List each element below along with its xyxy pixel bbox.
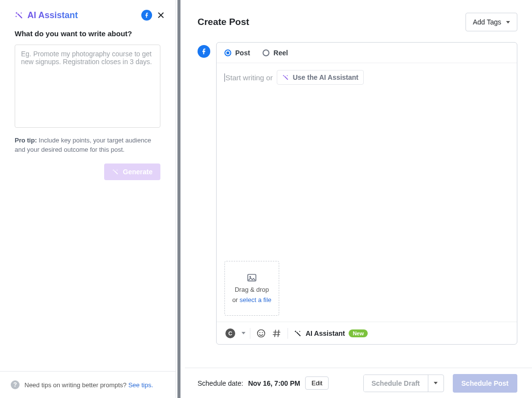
chevron-down-icon [506,21,510,23]
footer-text-wrap: Need tips on writing better prompts? See… [24,381,153,389]
svg-point-2 [258,329,265,337]
dropzone-line2: or select a file [232,296,271,304]
dropzone-select-link[interactable]: select a file [240,296,271,304]
schedule-draft-dropdown[interactable] [428,375,443,392]
canva-icon: C [225,328,235,338]
svg-point-4 [262,332,263,333]
dropzone-line1: Drag & drop [235,286,269,293]
svg-point-1 [249,276,251,278]
help-icon: ? [11,380,20,389]
facebook-icon [141,10,152,21]
generate-button[interactable]: Generate [104,164,160,180]
dropzone-or: or [232,296,240,304]
see-tips-link[interactable]: See tips. [128,381,153,389]
post-type-post[interactable]: Post [224,49,250,57]
schedule-value: Nov 16, 7:00 PM [248,379,300,387]
footer-text: Need tips on writing better prompts? [24,381,128,389]
ai-assistant-header-actions [141,10,165,21]
compose-placeholder: Start writing or [224,73,273,82]
composer-row: Post Reel Start writing or Use the AI As… [198,42,517,345]
ai-assistant-title: AI Assistant [15,10,78,21]
compose-gap [224,85,509,257]
composer-toolbar: C AI Assistant [217,322,517,344]
schedule-post-button[interactable]: Schedule Post [453,374,517,393]
schedule-info: Schedule date: Nov 16, 7:00 PM Edit [198,376,329,390]
ai-assistant-tool-label: AI Assistant [306,329,345,337]
close-icon[interactable] [157,11,165,19]
ai-assistant-title-text: AI Assistant [27,10,78,21]
image-icon [246,273,257,283]
prompt-input[interactable] [15,45,160,128]
facebook-icon [198,45,210,58]
pro-tip: Pro tip: Include key points, your target… [15,136,160,155]
composer: Post Reel Start writing or Use the AI As… [216,42,517,345]
emoji-button[interactable] [253,326,269,341]
hashtag-button[interactable] [269,326,285,341]
post-type-row: Post Reel [217,43,517,63]
generate-label: Generate [123,168,153,176]
create-post-footer: Schedule date: Nov 16, 7:00 PM Edit Sche… [185,368,532,398]
compose-area[interactable]: Start writing or Use the AI Assistant Dr… [217,63,517,322]
create-post-panel: Create Post Add Tags Post Reel [185,0,532,398]
post-type-reel-label: Reel [273,49,288,57]
magic-wand-icon [112,168,119,175]
emoji-icon [256,328,266,338]
compose-placeholder-row: Start writing or Use the AI Assistant [224,70,509,85]
canva-dropdown[interactable] [238,326,247,341]
toolbar-separator [250,328,250,339]
new-badge: New [349,329,368,337]
media-dropzone[interactable]: Drag & drop or select a file [224,261,279,316]
use-ai-label: Use the AI Assistant [293,73,358,81]
facebook-glyph-icon [144,12,150,18]
create-post-title: Create Post [198,17,249,27]
schedule-actions: Schedule Draft Schedule Post [363,374,517,393]
svg-point-3 [259,332,260,333]
canva-button[interactable]: C [222,326,238,341]
edit-schedule-button[interactable]: Edit [305,376,329,390]
schedule-draft-split: Schedule Draft [363,375,444,392]
create-post-header: Create Post Add Tags [198,13,517,31]
pro-tip-label: Pro tip: [15,137,37,144]
ai-assistant-footer: ? Need tips on writing better prompts? S… [0,371,176,398]
hashtag-icon [272,328,282,338]
add-tags-label: Add Tags [473,18,501,26]
add-tags-button[interactable]: Add Tags [466,13,517,31]
ai-assistant-tool[interactable]: AI Assistant New [294,329,368,337]
schedule-draft-button[interactable]: Schedule Draft [364,375,428,392]
generate-row: Generate [15,164,160,180]
chevron-down-icon [242,332,245,334]
post-type-post-label: Post [235,49,250,57]
facebook-glyph-icon [200,48,207,55]
magic-wand-icon [15,11,23,20]
ai-assistant-header: AI Assistant [0,0,176,29]
toolbar-separator [288,328,288,339]
post-type-reel[interactable]: Reel [263,49,288,57]
radio-unselected-icon [263,49,269,56]
chevron-down-icon [434,382,438,384]
schedule-label: Schedule date: [198,379,243,387]
magic-wand-icon [294,329,302,337]
panel-divider[interactable] [177,0,180,398]
radio-selected-icon [224,49,231,56]
magic-wand-icon [282,74,289,81]
ai-assistant-panel: AI Assistant What do you want to write a… [0,0,176,398]
create-post-body: Create Post Add Tags Post Reel [185,0,532,368]
ai-assistant-body: What do you want to write about? Pro tip… [0,29,176,180]
use-ai-assistant-button[interactable]: Use the AI Assistant [277,70,364,85]
prompt-question: What do you want to write about? [15,29,161,38]
